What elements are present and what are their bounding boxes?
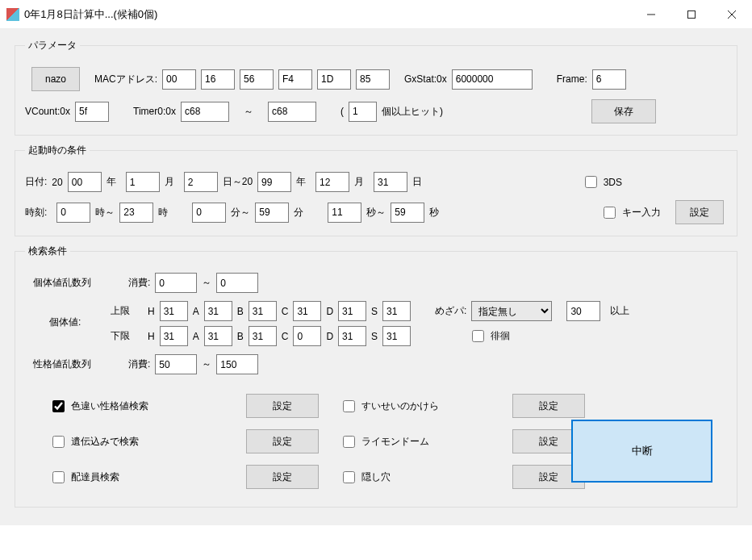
year-to[interactable] [257, 172, 291, 192]
cb-hole[interactable]: 隠し穴 [343, 470, 488, 484]
month-from[interactable] [126, 172, 160, 192]
day-range-sep: 日～20 [223, 175, 253, 189]
hour-from[interactable] [56, 203, 90, 223]
cb-delivery-box[interactable] [52, 471, 65, 483]
upper-b[interactable] [249, 301, 277, 321]
upper-s[interactable] [382, 301, 411, 321]
cb-suisei[interactable]: すいせいのかけら [343, 399, 488, 413]
cb-suisei-label: すいせいのかけら [361, 399, 439, 413]
cb-shiny-box[interactable] [52, 400, 65, 412]
mac-1[interactable] [201, 69, 235, 90]
min-lbl: 分 [294, 206, 303, 219]
btn-inherit-set[interactable]: 設定 [246, 429, 319, 453]
iv-seq-label: 個体値乱数列 [33, 276, 123, 290]
min-to[interactable] [255, 203, 289, 223]
group-startup: 起動時の条件 日付: 20 年 月 日～20 年 月 日 3DS 時刻: 時 [15, 144, 737, 236]
nazo-button[interactable]: nazo [31, 67, 80, 91]
cb-shiny[interactable]: 色違い性格値検索 [52, 399, 222, 413]
iv-consume-sep: ～ [202, 276, 211, 290]
hour-lbl: 時 [158, 206, 168, 219]
cb-3ds[interactable]: 3DS [585, 176, 622, 188]
lower-a[interactable] [204, 326, 232, 346]
group-params: パラメータ nazo MACアドレス: GxStat:0x Frame: VCo… [15, 39, 737, 136]
mac-5[interactable] [356, 69, 390, 90]
mac-label: MACアドレス: [94, 73, 157, 86]
day-from[interactable] [184, 172, 218, 192]
min-sep: 分～ [231, 206, 250, 219]
cb-suisei-box[interactable] [343, 400, 355, 412]
timer0-from[interactable] [181, 102, 229, 122]
mac-0[interactable] [162, 69, 196, 90]
upper-d[interactable] [338, 301, 366, 321]
minimize-button[interactable] [631, 0, 671, 29]
lbl-b: B [237, 306, 244, 317]
window-title: 0年1月8日計算中...(候補0個) [24, 7, 631, 22]
cb-raimon[interactable]: ライモンドーム [343, 435, 488, 449]
cb-inherit[interactable]: 遺伝込みで検索 [52, 435, 222, 449]
lower-s[interactable] [382, 326, 411, 346]
close-button[interactable] [712, 0, 752, 29]
hit-count[interactable] [349, 102, 377, 122]
hit-close-label: 個以上ヒット) [382, 105, 443, 119]
cb-key-input-box[interactable] [604, 207, 616, 219]
mac-3[interactable] [278, 69, 312, 90]
upper-c[interactable] [293, 301, 321, 321]
maximize-button[interactable] [671, 0, 712, 29]
startup-set-button[interactable]: 設定 [675, 200, 724, 224]
nature-seq-label: 性格値乱数列 [33, 357, 123, 371]
month-to[interactable] [315, 172, 349, 192]
gxstat-label: GxStat:0x [404, 73, 447, 85]
min-from[interactable] [192, 203, 226, 223]
cb-raimon-box[interactable] [343, 436, 355, 448]
upper-h[interactable] [160, 301, 188, 321]
nature-consume-label: 消費: [128, 357, 150, 371]
vcount-input[interactable] [75, 102, 109, 122]
cb-inherit-box[interactable] [52, 436, 65, 448]
hp-type-select[interactable]: 指定無し [471, 301, 552, 321]
hp-power[interactable] [566, 301, 600, 321]
mac-4[interactable] [317, 69, 351, 90]
nature-consume-sep: ～ [202, 357, 211, 371]
cb-key-input-label: キー入力 [622, 206, 661, 219]
group-search-title: 検索条件 [25, 244, 70, 258]
cb-roam-box[interactable] [472, 330, 484, 342]
nature-consume-from[interactable] [155, 354, 197, 374]
month-lbl2: 月 [354, 175, 364, 189]
cb-3ds-box[interactable] [585, 176, 597, 188]
upper-a[interactable] [204, 301, 232, 321]
sec-lbl: 秒 [429, 206, 439, 219]
cb-delivery[interactable]: 配達員検索 [52, 470, 222, 484]
sec-sep: 秒～ [366, 206, 386, 219]
sec-from[interactable] [328, 203, 361, 223]
frame-input[interactable] [592, 69, 626, 90]
iv-consume-to[interactable] [216, 273, 258, 293]
timer0-label: Timer0:0x [133, 106, 176, 117]
cb-key-input[interactable]: キー入力 [604, 206, 661, 219]
save-button[interactable]: 保存 [591, 99, 656, 123]
iv-consume-from[interactable] [155, 273, 197, 293]
nature-consume-to[interactable] [216, 354, 258, 374]
iv-label: 個体値: [49, 301, 106, 329]
cb-roam[interactable]: 徘徊 [472, 329, 510, 343]
lower-h[interactable] [160, 326, 188, 346]
abort-button[interactable]: 中断 [571, 420, 712, 483]
mac-2[interactable] [240, 69, 274, 90]
lower-c[interactable] [293, 326, 321, 346]
btn-shiny-set[interactable]: 設定 [246, 394, 319, 418]
year-from[interactable] [68, 172, 102, 192]
day-to[interactable] [374, 172, 407, 192]
hour-sep: 時～ [95, 206, 115, 219]
svg-rect-1 [688, 10, 696, 18]
gxstat-input[interactable] [452, 69, 533, 90]
lower-d[interactable] [338, 326, 366, 346]
sec-to[interactable] [391, 203, 424, 223]
btn-delivery-set[interactable]: 設定 [246, 465, 319, 489]
timer0-to[interactable] [268, 102, 316, 122]
year-lbl2: 年 [296, 175, 306, 189]
day-lbl2: 日 [412, 175, 422, 189]
btn-suisei-set[interactable]: 設定 [512, 394, 585, 418]
hour-to[interactable] [119, 203, 153, 223]
minimize-icon [646, 10, 656, 19]
cb-hole-box[interactable] [343, 471, 355, 483]
lower-b[interactable] [249, 326, 277, 346]
